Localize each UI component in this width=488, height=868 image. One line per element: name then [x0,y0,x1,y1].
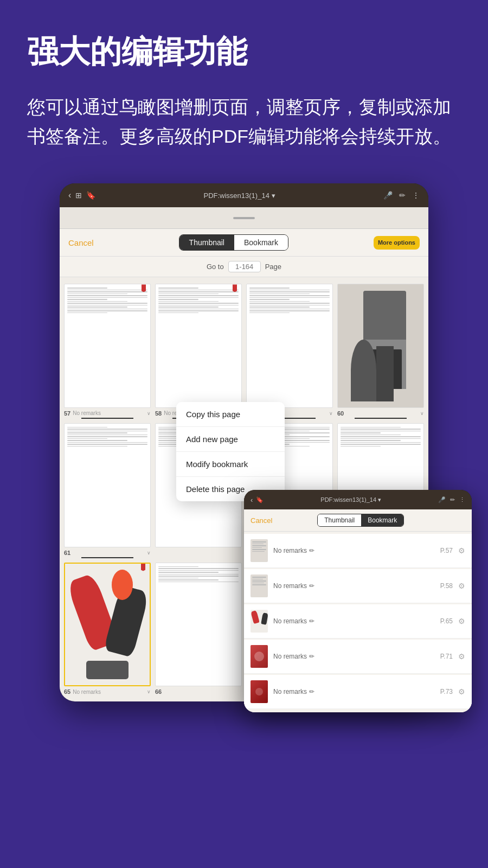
secondary-tab-thumbnail[interactable]: Thumbnail [318,514,361,526]
thumb-page-61[interactable] [64,423,151,547]
bookmark-item-71[interactable]: No remarks ✏ P.71 ⚙ [244,640,472,674]
context-menu-add[interactable]: Add new page [176,427,285,452]
bookmark-page-65: P.65 [440,617,453,625]
thumb-item-60[interactable]: 60 ∨ [337,284,424,419]
bookmark-gear-73[interactable]: ⚙ [458,687,465,696]
hero-description: 您可以通过鸟瞰图增删页面，调整页序，复制或添加书签备注。更多高级的PDF编辑功能… [27,92,461,151]
hero-section: 强大的编辑功能 您可以通过鸟瞰图增删页面，调整页序，复制或添加书签备注。更多高级… [0,0,488,173]
thumb-label-row-57: 57 No remarks ∨ [64,410,151,417]
thumb-label-row-65: 65 No remarks ∨ [64,688,151,695]
goto-input[interactable] [228,261,261,272]
goto-row: Go to Page [60,257,428,277]
thumb-label-row-61: 61 ∨ [64,550,151,556]
grid-icon[interactable]: ⊞ [75,191,82,200]
bookmark-gear-65[interactable]: ⚙ [458,617,465,626]
bookmark-info-58: No remarks ✏ [273,582,435,590]
bookmark-info-65: No remarks ✏ [273,617,435,625]
thumb-chevron-61[interactable]: ∨ [147,550,151,556]
secondary-panel-header: Cancel Thumbnail Bookmark [244,509,472,532]
goto-label-before: Go to [207,263,224,271]
panel-header: Cancel Thumbnail Bookmark More options [60,229,428,257]
thumb-page-65[interactable] [64,563,151,687]
thumb-item-65[interactable]: 65 No remarks ∨ [64,563,151,695]
thumb-pagenum-61: 61 [64,550,70,556]
statusbar-right: 🎤 ✏ ⋮ [383,191,420,200]
thumb-pagenum-60: 60 [337,410,344,417]
tab-group: Thumbnail Bookmark [179,234,288,251]
bookmark-thumb-65 [251,610,268,633]
bookmark-list: No remarks ✏ P.57 ⚙ [244,532,472,712]
pen-icon[interactable]: ✏ [399,191,406,200]
thumb-item-61[interactable]: 61 ∨ [64,423,151,558]
secondary-tab-bookmark[interactable]: Bookmark [361,514,403,526]
thumb-chevron-65[interactable]: ∨ [147,689,151,694]
cancel-button[interactable]: Cancel [68,238,94,247]
edit-icon-65: ✏ [309,617,314,625]
edit-icon-71: ✏ [309,653,314,660]
thumb-bookmark-57 [142,284,146,292]
thumb-item-66[interactable]: 66 [155,563,242,695]
secondary-cancel-button[interactable]: Cancel [251,516,272,525]
back-icon[interactable]: ‹ [68,190,71,200]
thumb-image-60 [338,284,423,407]
bookmark-info-71: No remarks ✏ [273,653,435,660]
dropdown-icon[interactable]: ▾ [272,192,275,200]
thumb-page-59[interactable] [246,284,333,408]
bookmark-remark-65: No remarks ✏ [273,617,435,625]
thumb-pagenum-65: 65 [64,688,70,695]
bookmark-gear-58[interactable]: ⚙ [458,582,465,590]
edit-icon-58: ✏ [309,582,314,590]
thumb-page-60[interactable] [337,284,424,408]
bookmark-icon[interactable]: 🔖 [86,191,95,200]
thumb-chevron-60[interactable]: ∨ [420,411,424,416]
mic-icon[interactable]: 🎤 [383,191,393,200]
edit-icon-73: ✏ [309,688,314,695]
thumb-underline-61 [81,557,133,558]
context-menu-modify-bookmark[interactable]: Modify bookmark [176,452,285,477]
thumb-pagenum-66: 66 [155,688,162,695]
thumb-bookmark-65 [141,564,145,571]
bookmark-info-73: No remarks ✏ [273,688,435,695]
thumb-page-57[interactable] [64,284,151,408]
thumb-pagenum-58: 58 [155,410,162,417]
thumb-pagenum-57: 57 [64,410,70,417]
thumb-bookmark-58 [233,284,237,292]
thumb-page-66[interactable] [155,563,242,687]
bookmark-item-73[interactable]: No remarks ✏ P.73 ⚙ [244,675,472,709]
statusbar-center: PDF:wissen13(1)_14 ▾ [203,192,275,200]
bookmark-item-58[interactable]: No remarks ✏ P.58 ⚙ [244,569,472,603]
bookmark-page-58: P.58 [440,582,453,590]
statusbar-left: ‹ ⊞ 🔖 [68,190,95,200]
doc-title: PDF:wissen13(1)_14 [203,192,269,200]
bookmark-page-73: P.73 [440,688,453,695]
tab-bookmark[interactable]: Bookmark [234,235,288,250]
more-options-button[interactable]: More options [374,236,420,250]
bookmark-thumb-57 [251,539,268,562]
thumb-item-57[interactable]: 57 No remarks ∨ [64,284,151,419]
more-icon[interactable]: ⋮ [412,191,420,200]
bookmark-info-57: No remarks ✏ [273,547,435,554]
thumb-chevron-59[interactable]: ∨ [329,411,333,416]
thumb-item-59[interactable]: 59 ∨ [246,284,333,419]
thumb-remark-57: No remarks [73,410,101,416]
thumb-page-58[interactable] [155,284,242,408]
bookmark-gear-57[interactable]: ⚙ [458,546,465,555]
thumb-item-58[interactable]: 58 No remarks ∨ [155,284,242,419]
thumb-chevron-57[interactable]: ∨ [147,411,151,416]
goto-label-after: Page [265,263,281,271]
tab-thumbnail[interactable]: Thumbnail [179,235,234,250]
thumb-label-row-60: 60 ∨ [337,410,424,417]
bookmark-page-57: P.57 [440,547,453,554]
device-container: ‹ ⊞ 🔖 PDF:wissen13(1)_14 ▾ 🎤 ✏ ⋮ [0,173,488,734]
context-menu-copy[interactable]: Copy this page [176,402,285,427]
thumb-underline-57 [81,418,133,419]
bookmark-thumb-73 [251,680,268,703]
bookmark-item-65[interactable]: No remarks ✏ P.65 ⚙ [244,604,472,639]
hero-title: 强大的编辑功能 [27,33,461,71]
bookmark-thumb-58 [251,575,268,597]
secondary-doc-title: PDF:wissen13(1)_14 [320,496,376,503]
secondary-tab-group: Thumbnail Bookmark [317,514,404,527]
bookmark-remark-73: No remarks ✏ [273,688,435,695]
bookmark-item-57[interactable]: No remarks ✏ P.57 ⚙ [244,534,472,568]
bookmark-gear-71[interactable]: ⚙ [458,652,465,661]
